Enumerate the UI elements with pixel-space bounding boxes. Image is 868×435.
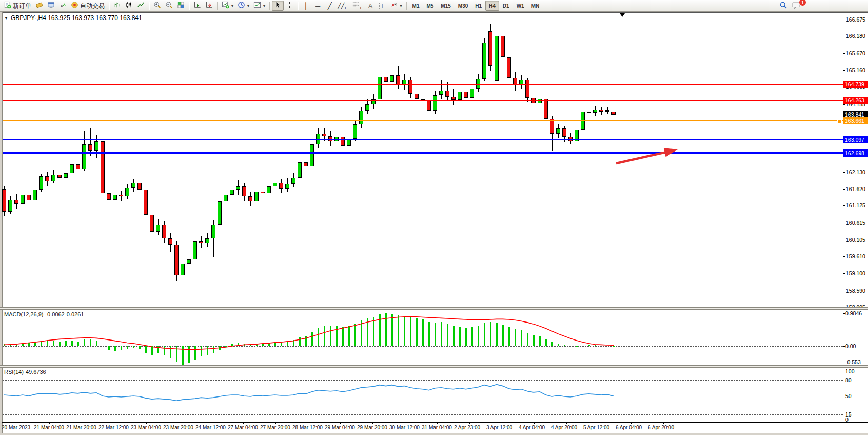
candle-body: [415, 94, 419, 98]
timeframe-group: M1M5M15M30H1H4D1W1MN: [409, 0, 543, 11]
trendline-button[interactable]: ╱: [324, 1, 336, 11]
candle-body: [365, 104, 369, 111]
macd-label: MACD(12,26,9)-0.00620.0261: [4, 311, 86, 317]
notification-badge[interactable]: 1: [799, 0, 806, 6]
candle-body: [14, 200, 18, 204]
macd-bar: [558, 344, 559, 346]
text-label-button[interactable]: T: [377, 1, 388, 11]
macd-bar: [373, 317, 374, 346]
chart-title-text: GBPJPY-,H4 163.925 163.973 163.770 163.8…: [11, 14, 142, 22]
hline-164.739[interactable]: [3, 84, 843, 85]
candle-body: [39, 176, 43, 190]
timeframe-M1[interactable]: M1: [409, 1, 423, 11]
hline-164.263[interactable]: [3, 100, 843, 101]
new-chart-button[interactable]: ▾: [220, 1, 235, 11]
toolbar-separator: [298, 2, 298, 10]
timeframe-M15[interactable]: M15: [437, 1, 454, 11]
auto-trading-button[interactable]: 自动交易: [69, 1, 107, 11]
vertical-line-button[interactable]: │: [300, 1, 312, 11]
tile-windows-button[interactable]: [175, 1, 187, 11]
macd-bar: [207, 346, 208, 355]
panel-separator[interactable]: [0, 307, 868, 310]
candle-body: [248, 196, 252, 201]
rsi-level-15: [3, 414, 843, 415]
hline-163.841[interactable]: [3, 115, 843, 115]
macd-bar: [41, 341, 42, 346]
bar-chart-button[interactable]: [111, 1, 123, 11]
macd-bar: [398, 315, 399, 346]
candle-body: [94, 141, 98, 152]
strategy-tester-button[interactable]: [57, 1, 69, 11]
macd-bar: [281, 343, 282, 347]
chart-title: ▼ GBPJPY-,H4 163.925 163.973 163.770 163…: [4, 14, 142, 22]
periods-button[interactable]: ▾: [235, 1, 251, 11]
hline-162.698[interactable]: [3, 152, 843, 154]
chart-window[interactable]: ▼ GBPJPY-,H4 163.925 163.973 163.770 163…: [0, 12, 868, 435]
candle-body: [107, 193, 111, 200]
window-bottom-edge: [0, 433, 868, 435]
macd-bar: [121, 346, 122, 350]
macd-bar: [478, 326, 479, 346]
timeframe-MN[interactable]: MN: [528, 1, 543, 11]
macd-bar: [201, 346, 202, 356]
macd-bar: [256, 344, 258, 346]
candle-wick: [386, 62, 386, 86]
macd-bar: [287, 342, 288, 346]
timeframe-H4[interactable]: H4: [485, 1, 499, 11]
macd-signal-value: 0.0261: [67, 311, 84, 317]
macd-bar: [379, 314, 381, 346]
macd-bar: [34, 342, 36, 346]
hline-handle[interactable]: [837, 119, 842, 124]
timeframe-D1[interactable]: D1: [499, 1, 513, 11]
horizontal-line-button[interactable]: ─: [312, 1, 324, 11]
market-watch-button[interactable]: [33, 1, 45, 11]
auto-scroll-button[interactable]: [191, 1, 203, 11]
candle-body: [507, 57, 511, 77]
auto-trading-label: 自动交易: [80, 2, 105, 10]
chart-plot-background[interactable]: [2, 12, 868, 434]
candle-body: [445, 91, 449, 97]
arrows-tool-button[interactable]: ▾: [388, 1, 404, 11]
chart-shift-marker-icon[interactable]: [620, 13, 625, 17]
macd-bar: [521, 330, 522, 346]
fibonacci-button[interactable]: F: [350, 1, 365, 11]
chart-frame: [2, 12, 3, 433]
crosshair-button[interactable]: [284, 1, 295, 11]
hline-163.661[interactable]: [3, 120, 843, 121]
templates-button[interactable]: ▾: [251, 1, 267, 11]
data-window-button[interactable]: [45, 1, 57, 11]
text-button[interactable]: A: [365, 1, 377, 11]
line-chart-button[interactable]: [135, 1, 147, 11]
timeframe-M30[interactable]: M30: [455, 1, 471, 11]
macd-bar: [188, 346, 190, 363]
timeframe-H1[interactable]: H1: [471, 1, 485, 11]
collapse-triangle-icon[interactable]: ▼: [4, 16, 8, 21]
hline-163.097[interactable]: [3, 139, 843, 140]
macd-bar: [299, 337, 301, 346]
new-order-button[interactable]: 新订单: [2, 1, 33, 11]
timeframe-M5[interactable]: M5: [423, 1, 437, 11]
macd-bar: [231, 344, 233, 346]
clock-icon: [238, 1, 245, 10]
candle-body: [218, 201, 222, 225]
zoom-out-button[interactable]: [163, 1, 175, 11]
chart-shift-button[interactable]: [203, 1, 215, 11]
timeframe-W1[interactable]: W1: [513, 1, 528, 11]
macd-bar: [250, 345, 251, 346]
price-axis[interactable]: [843, 13, 868, 422]
candle-wick: [441, 80, 442, 99]
time-axis[interactable]: [2, 423, 843, 433]
candle-body: [236, 186, 240, 190]
zoom-in-button[interactable]: [151, 1, 163, 11]
macd-bar: [453, 326, 455, 346]
new-order-label: 新订单: [13, 2, 31, 10]
candlestick-chart-button[interactable]: [123, 1, 135, 11]
candle-body: [341, 137, 345, 146]
macd-bar: [151, 346, 153, 355]
cursor-button[interactable]: [272, 1, 284, 11]
panel-separator[interactable]: [0, 365, 868, 368]
macd-bar: [527, 333, 528, 346]
equidistant-channel-button[interactable]: ╱╱E: [336, 1, 350, 11]
macd-bar: [293, 340, 294, 346]
search-button[interactable]: [777, 1, 790, 11]
